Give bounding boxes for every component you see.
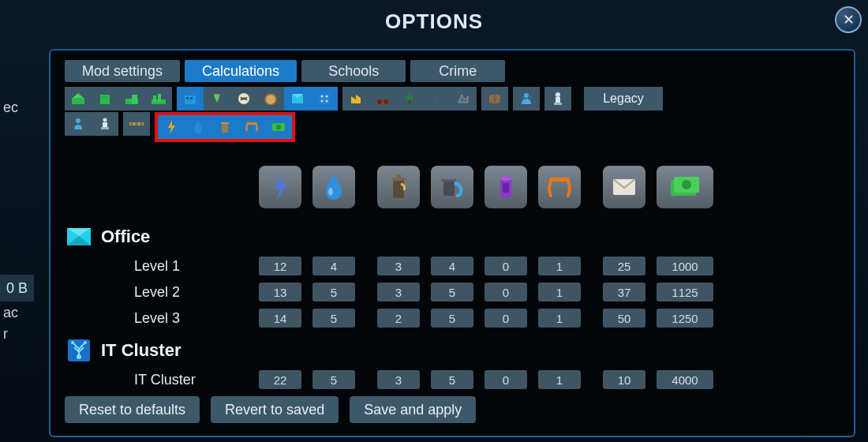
svg-rect-46 bbox=[246, 122, 257, 125]
cell[interactable]: 10 bbox=[603, 370, 645, 389]
reset-button[interactable]: Reset to defaults bbox=[65, 396, 200, 423]
col-income-icon bbox=[657, 166, 713, 208]
zone-res-low-icon[interactable] bbox=[65, 87, 92, 110]
cell[interactable]: 14 bbox=[259, 309, 301, 328]
zone-ind-farm-icon[interactable] bbox=[369, 87, 396, 110]
cell[interactable]: 1000 bbox=[657, 257, 713, 275]
legacy-button[interactable]: Legacy bbox=[584, 87, 663, 110]
row-level2-label: Level 2 bbox=[65, 284, 259, 301]
subtab-garbage-icon[interactable] bbox=[211, 115, 238, 139]
cell[interactable]: 3 bbox=[377, 257, 420, 275]
cell[interactable]: 1 bbox=[538, 309, 581, 328]
save-button[interactable]: Save and apply bbox=[350, 396, 476, 423]
subtab-water-icon[interactable] bbox=[185, 115, 211, 139]
cell[interactable]: 1250 bbox=[657, 309, 713, 328]
svg-marker-22 bbox=[351, 95, 361, 103]
cell[interactable]: 0 bbox=[485, 257, 527, 275]
zone-office-icon[interactable] bbox=[284, 87, 311, 110]
cell[interactable]: 3 bbox=[377, 283, 420, 302]
cell[interactable]: 4000 bbox=[657, 370, 713, 389]
zone-res-eco-icon[interactable] bbox=[118, 87, 145, 110]
svg-rect-12 bbox=[190, 97, 193, 99]
cell[interactable]: 1125 bbox=[657, 283, 713, 302]
close-button[interactable]: ✕ bbox=[835, 6, 862, 33]
cell[interactable]: 5 bbox=[431, 370, 473, 389]
svg-point-72 bbox=[71, 341, 74, 344]
svg-rect-6 bbox=[132, 95, 137, 104]
cell[interactable]: 5 bbox=[312, 309, 355, 328]
svg-point-24 bbox=[377, 99, 382, 104]
svg-point-20 bbox=[321, 100, 324, 103]
zone-visitors-icon[interactable] bbox=[544, 87, 571, 110]
svg-point-30 bbox=[521, 96, 524, 99]
subtab-noise-icon[interactable] bbox=[238, 115, 265, 139]
col-sewage-icon bbox=[377, 166, 420, 208]
highlighted-subtabs bbox=[155, 112, 295, 142]
cell[interactable]: 1 bbox=[538, 283, 581, 302]
cell[interactable]: 25 bbox=[603, 257, 645, 275]
svg-point-40 bbox=[130, 122, 133, 125]
zone-res-high-icon[interactable] bbox=[92, 87, 118, 110]
revert-button[interactable]: Revert to saved bbox=[211, 396, 339, 423]
options-panel: Mod settings Calculations Schools Crime bbox=[49, 49, 855, 437]
cell[interactable]: 4 bbox=[312, 257, 355, 275]
svg-rect-3 bbox=[102, 96, 103, 98]
svg-point-63 bbox=[682, 180, 691, 189]
col-power-icon bbox=[259, 166, 301, 208]
cell[interactable]: 0 bbox=[485, 283, 527, 302]
cell[interactable]: 37 bbox=[603, 283, 645, 302]
svg-rect-53 bbox=[396, 174, 401, 178]
cell[interactable]: 1 bbox=[538, 257, 581, 275]
zone-ind-forest-icon[interactable] bbox=[396, 87, 423, 110]
svg-rect-44 bbox=[222, 124, 228, 133]
cell[interactable]: 5 bbox=[312, 370, 355, 389]
zone-com-organic-icon[interactable] bbox=[257, 87, 284, 110]
svg-marker-1 bbox=[73, 93, 84, 98]
subtab-production-icon[interactable] bbox=[123, 112, 150, 136]
cell[interactable]: 5 bbox=[431, 309, 473, 328]
svg-point-42 bbox=[140, 122, 143, 125]
subtab-visitors-icon[interactable] bbox=[92, 112, 118, 136]
calculations-grid: Office Level 1 12 4 3 4 0 1 25 1000 Leve… bbox=[65, 166, 841, 391]
svg-point-35 bbox=[76, 118, 80, 123]
zone-res-wall-icon[interactable] bbox=[145, 87, 172, 110]
cell[interactable]: 1 bbox=[538, 370, 581, 389]
zone-ind-generic-icon[interactable] bbox=[342, 87, 369, 110]
cell[interactable]: 5 bbox=[431, 283, 473, 302]
cell[interactable]: 12 bbox=[259, 257, 301, 275]
zone-com-leisure-icon[interactable] bbox=[204, 87, 230, 110]
svg-point-73 bbox=[84, 341, 87, 344]
svg-point-41 bbox=[135, 122, 138, 125]
cell[interactable]: 22 bbox=[259, 370, 301, 389]
cell[interactable]: 13 bbox=[259, 283, 301, 302]
subtab-income-icon[interactable] bbox=[265, 115, 292, 139]
svg-point-13 bbox=[238, 93, 249, 104]
tab-mod-settings[interactable]: Mod settings bbox=[65, 60, 180, 82]
zone-com-low-icon[interactable] bbox=[177, 87, 204, 110]
cell[interactable]: 3 bbox=[377, 370, 420, 389]
zone-population-icon[interactable] bbox=[513, 87, 540, 110]
zone-it-icon[interactable] bbox=[311, 87, 338, 110]
svg-rect-8 bbox=[153, 96, 156, 102]
zone-ind-oil-icon[interactable] bbox=[423, 87, 450, 110]
zone-com-tourism-icon[interactable] bbox=[230, 87, 257, 110]
tab-crime[interactable]: Crime bbox=[410, 60, 505, 82]
subtab-power-icon[interactable] bbox=[158, 115, 185, 139]
tab-calculations[interactable]: Calculations bbox=[185, 60, 297, 82]
cell[interactable]: 50 bbox=[603, 309, 645, 328]
svg-rect-55 bbox=[442, 179, 456, 182]
cell[interactable]: 5 bbox=[312, 283, 355, 302]
svg-rect-0 bbox=[72, 98, 84, 104]
svg-point-50 bbox=[328, 188, 333, 196]
cell[interactable]: 0 bbox=[485, 370, 527, 389]
cell[interactable]: 0 bbox=[485, 309, 527, 328]
cell[interactable]: 4 bbox=[431, 257, 473, 275]
zone-education-icon[interactable] bbox=[481, 87, 508, 110]
subtab-population-icon[interactable] bbox=[65, 112, 92, 136]
row-level3-label: Level 3 bbox=[65, 310, 259, 327]
svg-rect-11 bbox=[186, 97, 189, 99]
tab-schools[interactable]: Schools bbox=[301, 60, 406, 82]
zone-ind-ore-icon[interactable] bbox=[450, 87, 477, 110]
cell[interactable]: 2 bbox=[377, 309, 420, 328]
col-water-icon bbox=[312, 166, 355, 208]
